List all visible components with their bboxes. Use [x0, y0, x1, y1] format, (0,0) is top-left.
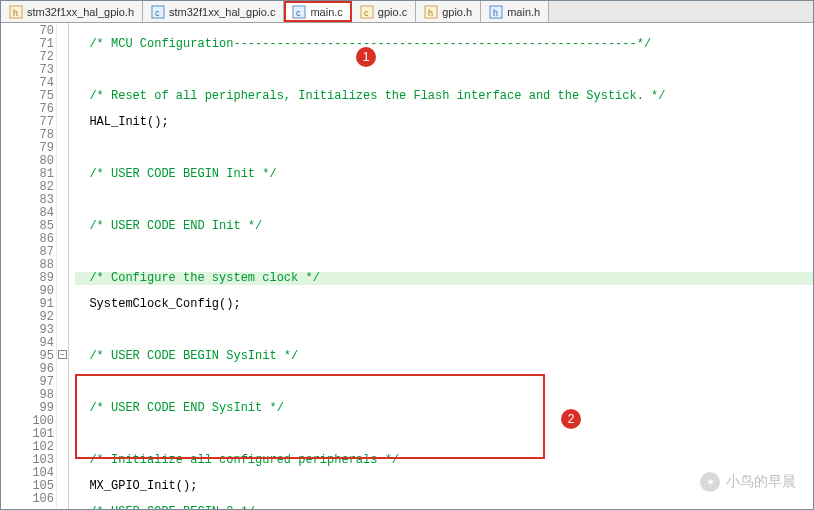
code-text: MX_GPIO_Init(); [89, 479, 197, 493]
svg-text:c: c [296, 8, 301, 18]
h-file-icon: h [489, 5, 503, 19]
code-text: SystemClock_Config(); [89, 297, 240, 311]
svg-text:h: h [428, 8, 433, 18]
h-file-icon: h [9, 5, 23, 19]
tab-label: stm32f1xx_hal_gpio.c [169, 6, 275, 18]
tab-main-h[interactable]: h main.h [481, 1, 549, 22]
comment: /* USER CODE BEGIN SysInit */ [89, 349, 298, 363]
editor-window: h stm32f1xx_hal_gpio.h c stm32f1xx_hal_g… [0, 0, 814, 510]
svg-text:h: h [493, 8, 498, 18]
fold-toggle-icon[interactable]: − [58, 350, 67, 359]
tab-gpio-h[interactable]: h gpio.h [416, 1, 481, 22]
comment: /* USER CODE BEGIN 2 */ [89, 505, 255, 509]
comment: /* MCU Configuration--------------------… [89, 37, 651, 51]
comment: /* Configure the system clock */ [89, 271, 319, 285]
comment: /* USER CODE BEGIN Init */ [89, 167, 276, 181]
c-file-icon: c [292, 5, 306, 19]
tab-label: main.h [507, 6, 540, 18]
h-file-icon: h [424, 5, 438, 19]
tab-gpio-c[interactable]: c gpio.c [352, 1, 416, 22]
comment: /* USER CODE END SysInit */ [89, 401, 283, 415]
code-text: HAL_Init(); [89, 115, 168, 129]
comment: /* Reset of all peripherals, Initializes… [89, 89, 665, 103]
svg-text:c: c [364, 8, 369, 18]
svg-text:h: h [13, 8, 18, 18]
tab-label: main.c [310, 6, 342, 18]
comment: /* Initialize all configured peripherals… [89, 453, 399, 467]
tab-stm32f1xx-hal-gpio-h[interactable]: h stm32f1xx_hal_gpio.h [1, 1, 143, 22]
comment: /* USER CODE END Init */ [89, 219, 262, 233]
c-file-icon: c [360, 5, 374, 19]
tab-bar: h stm32f1xx_hal_gpio.h c stm32f1xx_hal_g… [1, 1, 813, 23]
line-number: 106 [1, 493, 54, 506]
tab-label: stm32f1xx_hal_gpio.h [27, 6, 134, 18]
tab-label: gpio.c [378, 6, 407, 18]
c-file-icon: c [151, 5, 165, 19]
tab-label: gpio.h [442, 6, 472, 18]
tab-main-c[interactable]: c main.c [284, 1, 351, 22]
fold-column: − [56, 23, 68, 509]
code-area[interactable]: 70 71 72 73 74 75 76 77 78 79 80 81 82 8… [1, 23, 813, 509]
line-number-gutter: 70 71 72 73 74 75 76 77 78 79 80 81 82 8… [1, 23, 69, 509]
code-content[interactable]: /* MCU Configuration--------------------… [69, 23, 813, 509]
svg-text:c: c [155, 8, 160, 18]
tab-stm32f1xx-hal-gpio-c[interactable]: c stm32f1xx_hal_gpio.c [143, 1, 284, 22]
